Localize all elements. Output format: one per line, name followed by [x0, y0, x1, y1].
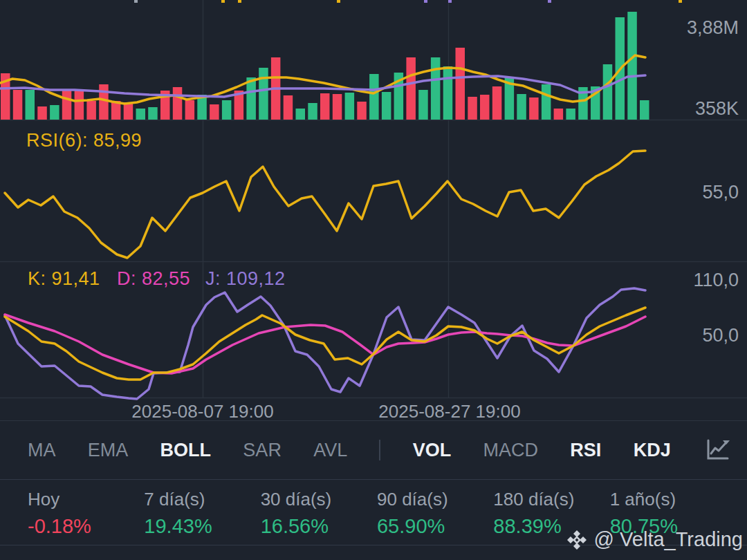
trading-chart-screen: RSI(6): 85,99 K: 91,41 D: 82,55 J: 109,1… [0, 0, 747, 560]
stat-7d: 7 día(s) 19.43% [144, 489, 260, 545]
kdj-axis-min-label: 50,0 [702, 325, 739, 346]
rsi-value-label: RSI(6): 85,99 [26, 130, 142, 151]
stat-today: Hoy -0.18% [28, 489, 144, 545]
volume-axis-max-label: 3,88M [687, 17, 739, 39]
tab-sar[interactable]: SAR [243, 440, 282, 461]
kdj-j-label: J: 109,12 [205, 268, 286, 290]
chart-canvas [0, 0, 747, 420]
kdj-k-label: K: 91,41 [28, 268, 100, 290]
tab-ema[interactable]: EMA [88, 440, 129, 461]
stat-label: 90 día(s) [377, 489, 493, 510]
stat-30d: 30 día(s) 16.56% [261, 489, 377, 545]
stat-90d: 90 día(s) 65.90% [377, 489, 493, 545]
watermark-text: @ Velta_Trading [594, 528, 743, 551]
indicator-tab-bar: MA EMA BOLL SAR AVL VOL MACD RSI KDJ [0, 420, 747, 480]
kdj-axis-max-label: 110,0 [693, 270, 739, 291]
tab-boll[interactable]: BOLL [160, 440, 212, 461]
kdj-d-label: D: 82,55 [117, 268, 190, 290]
stat-value: 19.43% [144, 515, 260, 538]
x-axis-date-1: 2025-08-07 19:00 [99, 401, 306, 422]
chart-style-button[interactable] [703, 436, 732, 465]
chart-area[interactable]: RSI(6): 85,99 K: 91,41 D: 82,55 J: 109,1… [0, 0, 747, 420]
line-chart-icon [703, 456, 732, 467]
tab-vol[interactable]: VOL [413, 440, 452, 461]
tab-macd[interactable]: MACD [483, 440, 539, 461]
stat-value: -0.18% [28, 515, 144, 538]
tab-group-divider [379, 440, 380, 460]
x-axis-date-2: 2025-08-27 19:00 [346, 401, 553, 422]
stat-label: 30 día(s) [261, 489, 377, 510]
stat-label: 1 año(s) [610, 489, 726, 510]
tab-ma[interactable]: MA [28, 440, 56, 461]
stat-label: 7 día(s) [144, 489, 260, 510]
tab-rsi[interactable]: RSI [570, 440, 601, 461]
tab-kdj[interactable]: KDJ [634, 440, 671, 461]
binance-diamond-icon [566, 529, 588, 551]
volume-axis-min-label: 358K [695, 98, 739, 120]
tab-avl[interactable]: AVL [313, 440, 347, 461]
stat-label: Hoy [28, 489, 144, 510]
stat-value: 65.90% [377, 515, 493, 538]
stat-label: 180 día(s) [493, 489, 609, 510]
watermark: @ Velta_Trading [566, 528, 743, 551]
rsi-axis-label: 55,0 [702, 182, 739, 203]
stat-value: 16.56% [261, 515, 377, 538]
